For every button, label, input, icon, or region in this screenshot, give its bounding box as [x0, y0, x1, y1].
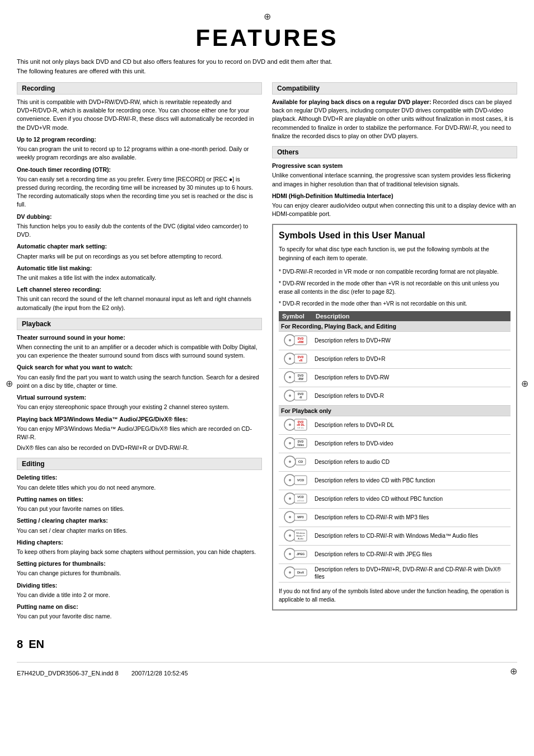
- desc-dvdplusr: Description refers to DVD+R: [312, 350, 510, 368]
- playback-sub2-content: You can easily find the part you want to…: [17, 373, 262, 390]
- dvd-video-icon: DVD Video: [283, 436, 308, 450]
- recording-sub6-title: Left channel stereo recording:: [17, 285, 262, 294]
- vcd-icon: VCD: [283, 473, 308, 487]
- symbol-cell-wma: Windows Media™ Audio: [279, 527, 312, 545]
- editing-header: Editing: [17, 458, 262, 470]
- playback-sub2-title: Quick search for what you want to watch:: [17, 363, 262, 372]
- svg-point-45: [289, 516, 291, 518]
- intro-text: This unit not only plays back DVD and CD…: [17, 57, 517, 76]
- group2-header-row: For Playback only: [279, 405, 510, 416]
- table-row: DVD +R DL VR DL Description refers to DV…: [279, 416, 510, 434]
- wma-icon: Windows Media™ Audio: [283, 529, 308, 542]
- others-sub1-title: Progressive scan system: [272, 162, 517, 170]
- playback-section: Playback Theater surround sound in your …: [17, 318, 262, 453]
- symbols-intro: To specify for what disc type each funct…: [279, 245, 510, 263]
- svg-text:DivX: DivX: [297, 571, 305, 574]
- svg-point-27: [289, 442, 291, 444]
- svg-text:-RW: -RW: [298, 377, 303, 381]
- svg-point-16: [289, 395, 291, 397]
- dvd-r-icon: DVD -R: [283, 389, 308, 402]
- recording-sub5-title: Automatic title list making:: [17, 264, 262, 273]
- table-row: VCD without Description refers to video …: [279, 490, 510, 508]
- recording-sub2-content: You can easily set a recording time as y…: [17, 175, 262, 209]
- recording-sub4-content: Chapter marks will be put on recordings …: [17, 252, 262, 261]
- page-bottom: E7H42UD_DVDR3506-37_EN.indd 8 2007/12/28…: [17, 662, 517, 677]
- playback-header: Playback: [17, 318, 262, 330]
- crosshair-right-icon: ⊕: [521, 378, 528, 389]
- footer-file-info: E7H42UD_DVDR3506-37_EN.indd 8 2007/12/28…: [17, 670, 188, 677]
- svg-text:Video: Video: [297, 444, 304, 447]
- svg-point-32: [289, 461, 291, 463]
- svg-text:JPEG: JPEG: [297, 552, 305, 556]
- right-column: Compatibility Available for playing back…: [272, 82, 517, 651]
- footer-filename: E7H42UD_DVDR3506-37_EN.indd 8: [17, 670, 119, 677]
- symbols-title: Symbols Used in this User Manual: [279, 231, 510, 241]
- desc-vcd: Description refers to video CD with PBC …: [312, 471, 510, 490]
- editing-sub2-content: You can put your favorite names on title…: [17, 505, 262, 513]
- page-number-area: 8 EN: [17, 638, 262, 651]
- compatibility-content: Available for playing back discs on a re…: [272, 98, 517, 140]
- desc-dvdvideo: Description refers to DVD-video: [312, 434, 510, 453]
- playback-sub4-note: DivX® files can also be recorded on DVD+…: [17, 444, 262, 452]
- svg-point-21: [289, 424, 291, 426]
- recording-sub6-content: This unit can record the sound of the le…: [17, 295, 262, 312]
- desc-dvdplusrdl: Description refers to DVD+R DL: [312, 416, 510, 434]
- crosshair-top-icon: ⊕: [17, 11, 517, 22]
- playback-sub3-content: You can enjoy stereophonic space through…: [17, 403, 262, 411]
- svg-text:VCD: VCD: [297, 478, 305, 482]
- page-title: FEATURES: [17, 25, 517, 51]
- table-row: VCD Description refers to video CD with …: [279, 471, 510, 490]
- editing-sub7-title: Putting name on disc:: [17, 603, 262, 611]
- symbol-cell-dvdvideo: DVD Video: [279, 434, 312, 453]
- cd-icon: CD: [283, 455, 308, 468]
- others-sub2-content: You can enjoy clearer audio/video output…: [272, 201, 517, 218]
- editing-sub4-content: To keep others from playing back some ch…: [17, 548, 262, 556]
- desc-divx: Description refers to DVD+RW/+R, DVD-RW/…: [312, 564, 510, 582]
- symbol-cell-dvdrw: DVD -RW: [279, 368, 312, 387]
- svg-point-6: [289, 358, 291, 360]
- table-row: DivX Description refers to DVD+RW/+R, DV…: [279, 564, 510, 582]
- editing-sub3-title: Setting / clearing chapter marks:: [17, 516, 262, 525]
- dvd-plus-r-icon: DVD +R: [283, 352, 308, 365]
- desc-dvdplusrw: Description refers to DVD+RW: [312, 331, 510, 350]
- editing-sub1-content: You can delete titles which you do not n…: [17, 483, 262, 492]
- editing-sub7-content: You can put your favorite disc name.: [17, 612, 262, 621]
- recording-header: Recording: [17, 82, 262, 95]
- crosshair-left-icon: ⊕: [6, 378, 13, 389]
- svg-text:+RW: +RW: [297, 340, 303, 344]
- group2-header-cell: For Playback only: [279, 405, 510, 416]
- compatibility-bold-title: Available for playing back discs on a re…: [272, 98, 431, 105]
- symbol-cell-vcd: VCD: [279, 471, 312, 490]
- desc-dvdr: Description refers to DVD-R: [312, 387, 510, 405]
- group1-header-cell: For Recording, Playing Back, and Editing: [279, 321, 510, 332]
- compatibility-header: Compatibility: [272, 82, 517, 95]
- table-row: CD Description refers to audio CD: [279, 453, 510, 471]
- symbol-cell-divx: DivX: [279, 564, 312, 582]
- editing-sub5-title: Setting pictures for thumbnails:: [17, 560, 262, 568]
- crosshair-bottom-icon: ⊕: [510, 666, 517, 677]
- dvd-rw-icon: DVD -RW: [283, 370, 308, 384]
- editing-sub4-title: Hiding chapters:: [17, 538, 262, 547]
- compatibility-section: Compatibility Available for playing back…: [272, 82, 517, 140]
- group1-header-row: For Recording, Playing Back, and Editing: [279, 321, 510, 332]
- symbols-note-1: * DVD-RW/-R recorded in VR mode or non c…: [279, 267, 510, 276]
- svg-text:VCD: VCD: [297, 495, 304, 499]
- playback-sub4-title: Playing back MP3/Windows Media™ Audio/JP…: [17, 415, 262, 424]
- desc-vcd-no-pbc: Description refers to video CD without P…: [312, 490, 510, 508]
- table-row: Windows Media™ Audio Description refers …: [279, 527, 510, 545]
- editing-content: Deleting titles: You can delete titles w…: [17, 473, 262, 621]
- svg-point-49: [289, 534, 291, 537]
- recording-sub2-title: One-touch timer recording (OTR):: [17, 166, 262, 174]
- left-column: Recording This unit is compatible with D…: [17, 82, 262, 651]
- main-content: Recording This unit is compatible with D…: [17, 82, 517, 651]
- symbols-footer: If you do not find any of the symbols li…: [279, 587, 510, 604]
- vcd-no-pbc-icon: VCD without: [283, 492, 308, 505]
- svg-text:+R: +R: [299, 359, 303, 362]
- table-header-description: Description: [312, 311, 510, 321]
- svg-text:CD: CD: [298, 460, 303, 463]
- svg-point-40: [289, 497, 291, 500]
- playback-sub1-title: Theater surround sound in your home:: [17, 334, 262, 342]
- editing-sub6-content: You can divide a title into 2 or more.: [17, 591, 262, 599]
- svg-text:VR DL: VR DL: [297, 426, 305, 429]
- desc-cd: Description refers to audio CD: [312, 453, 510, 471]
